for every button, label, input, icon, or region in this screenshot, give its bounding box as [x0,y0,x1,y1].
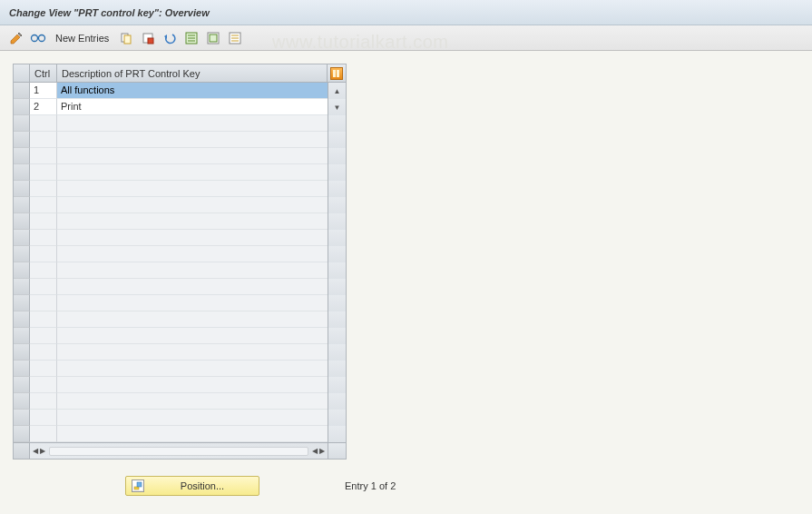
position-button[interactable]: Position... [125,476,259,496]
cell-ctrl[interactable] [30,230,57,246]
cell-desc[interactable] [57,197,328,213]
table-row[interactable] [14,197,346,213]
cell-desc[interactable] [57,361,328,377]
row-selector-header[interactable] [14,64,30,82]
cell-ctrl[interactable] [30,115,57,132]
cell-desc[interactable] [57,344,328,361]
deselect-all-icon[interactable] [226,29,244,47]
cell-ctrl[interactable] [30,410,57,426]
row-selector[interactable] [14,164,30,181]
h-scrollbar[interactable]: ◀ ▶ ◀ ▶ [30,443,328,459]
cell-ctrl[interactable] [30,148,57,164]
hscroll-first-icon[interactable]: ◀ [33,447,38,455]
cell-ctrl[interactable] [30,164,57,181]
row-selector[interactable] [14,279,30,295]
table-row[interactable] [14,328,346,344]
cell-desc[interactable] [57,295,328,311]
table-row[interactable] [14,295,346,311]
cell-ctrl[interactable] [30,328,57,344]
row-selector[interactable] [14,181,30,197]
undo-icon[interactable] [161,29,179,47]
row-selector[interactable] [14,230,30,246]
pencil-toggle-icon[interactable] [7,29,25,47]
cell-desc[interactable]: Print [57,99,328,115]
cell-desc[interactable] [57,181,328,197]
hscroll-right-icon[interactable]: ◀ [312,447,318,455]
hscroll-track[interactable] [49,447,308,456]
row-selector[interactable] [14,344,30,361]
cell-ctrl[interactable] [30,279,57,295]
copy-icon[interactable] [117,29,135,47]
v-scrollbar-cell[interactable]: ▲ [328,83,346,99]
table-row[interactable]: 2Print▼ [14,99,346,115]
cell-ctrl[interactable] [30,393,57,410]
row-selector[interactable] [14,393,30,410]
row-selector[interactable] [14,83,30,99]
cell-desc[interactable] [57,230,328,246]
table-row[interactable]: 1All functions▲ [14,83,346,99]
cell-ctrl[interactable] [30,361,57,377]
cell-desc[interactable]: All functions [57,83,328,99]
cell-desc[interactable] [57,377,328,393]
col-header-desc[interactable]: Description of PRT Control Key [57,64,328,82]
cell-desc[interactable] [57,246,328,262]
table-row[interactable] [14,361,346,377]
cell-desc[interactable] [57,279,328,295]
vscroll-up-icon[interactable]: ▲ [334,87,341,95]
cell-ctrl[interactable] [30,213,57,230]
cell-ctrl[interactable]: 2 [30,99,57,115]
table-row[interactable] [14,246,346,262]
hscroll-left-icon[interactable]: ▶ [40,447,45,455]
cell-desc[interactable] [57,148,328,164]
row-selector[interactable] [14,410,30,426]
table-row[interactable] [14,181,346,197]
cell-ctrl[interactable] [30,426,57,442]
cell-ctrl[interactable] [30,197,57,213]
cell-desc[interactable] [57,393,328,410]
cell-desc[interactable] [57,262,328,279]
table-row[interactable] [14,377,346,393]
row-selector[interactable] [14,132,30,148]
cell-desc[interactable] [57,164,328,181]
cell-ctrl[interactable] [30,262,57,279]
delete-icon[interactable] [139,29,157,47]
cell-ctrl[interactable] [30,377,57,393]
cell-desc[interactable] [57,311,328,328]
row-selector[interactable] [14,426,30,442]
row-selector[interactable] [14,115,30,132]
table-row[interactable] [14,164,346,181]
table-row[interactable] [14,148,346,164]
table-row[interactable] [14,213,346,230]
cell-desc[interactable] [57,410,328,426]
vscroll-down-icon[interactable]: ▼ [334,104,341,112]
row-selector[interactable] [14,246,30,262]
cell-ctrl[interactable] [30,246,57,262]
cell-desc[interactable] [57,213,328,230]
table-row[interactable] [14,426,346,442]
table-row[interactable] [14,279,346,295]
row-selector[interactable] [14,262,30,279]
table-row[interactable] [14,311,346,328]
row-selector[interactable] [14,213,30,230]
v-scrollbar-cell[interactable]: ▼ [328,99,346,115]
select-all-icon[interactable] [182,29,201,47]
table-row[interactable] [14,344,346,361]
cell-ctrl[interactable] [30,181,57,197]
row-selector[interactable] [14,197,30,213]
row-selector[interactable] [14,295,30,311]
row-selector[interactable] [14,99,30,115]
cell-ctrl[interactable] [30,344,57,361]
col-header-ctrl[interactable]: Ctrl [30,64,57,82]
table-row[interactable] [14,262,346,279]
cell-desc[interactable] [57,132,328,148]
cell-ctrl[interactable] [30,295,57,311]
cell-desc[interactable] [57,115,328,132]
table-row[interactable] [14,230,346,246]
v-scrollbar-cell[interactable] [328,426,346,442]
table-row[interactable] [14,410,346,426]
cell-desc[interactable] [57,328,328,344]
glasses-icon[interactable] [29,29,47,47]
table-row[interactable] [14,132,346,148]
row-selector[interactable] [14,361,30,377]
cell-desc[interactable] [57,426,328,442]
